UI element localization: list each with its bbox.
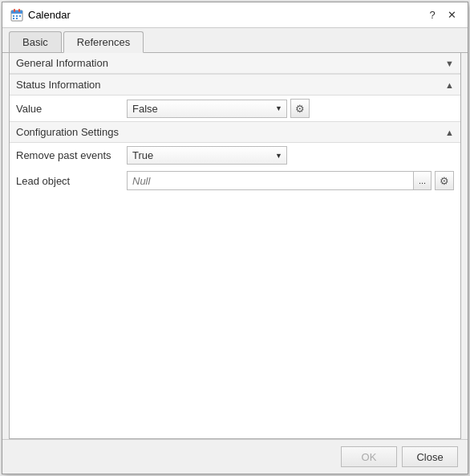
remove-past-events-control: True False (127, 146, 454, 165)
svg-rect-4 (13, 15, 14, 17)
calendar-icon (10, 9, 23, 22)
title-bar: Calendar ? ✕ (2, 2, 468, 28)
lead-object-label: Lead object (16, 175, 120, 187)
title-controls: ? ✕ (424, 7, 460, 23)
dialog-title: Calendar (28, 9, 419, 21)
status-information-title: Status Information (16, 79, 101, 91)
value-select[interactable]: False True (127, 100, 287, 118)
tab-bar: Basic References (2, 28, 468, 53)
configuration-settings-chevron: ▲ (445, 128, 454, 137)
lead-object-input-wrapper: ... (127, 171, 432, 190)
lead-object-gear-button[interactable]: ⚙ (435, 171, 454, 190)
value-label: Value (16, 103, 120, 115)
status-information-header[interactable]: Status Information ▲ (10, 74, 460, 96)
tab-basic[interactable]: Basic (9, 31, 62, 52)
general-information-chevron: ▼ (445, 59, 454, 68)
svg-rect-6 (19, 15, 21, 17)
svg-rect-5 (16, 15, 18, 17)
svg-rect-7 (13, 18, 14, 19)
lead-object-input[interactable] (128, 173, 413, 189)
remove-past-events-field-row: Remove past events True False (10, 143, 460, 168)
svg-rect-8 (16, 18, 18, 19)
general-information-title: General Information (16, 57, 108, 69)
remove-past-events-select-wrapper: True False (127, 146, 287, 165)
configuration-settings-header[interactable]: Configuration Settings ▲ (10, 121, 460, 143)
lead-object-control: ... ⚙ (127, 171, 454, 190)
remove-past-events-label: Remove past events (16, 149, 120, 161)
calendar-dialog: Calendar ? ✕ Basic References General In… (2, 2, 468, 474)
lead-object-field-row: Lead object ... ⚙ (10, 168, 460, 193)
svg-rect-2 (14, 9, 15, 12)
configuration-settings-title: Configuration Settings (16, 126, 119, 138)
general-information-header[interactable]: General Information ▼ (10, 53, 460, 74)
value-control: False True ⚙ (127, 99, 454, 118)
value-gear-button[interactable]: ⚙ (290, 99, 310, 118)
svg-rect-3 (18, 9, 20, 12)
tab-references[interactable]: References (63, 31, 144, 53)
ok-button[interactable]: OK (341, 446, 397, 467)
footer: OK Close (2, 439, 468, 474)
status-information-chevron: ▲ (445, 80, 454, 90)
close-button[interactable]: Close (402, 446, 458, 467)
dialog-close-button[interactable]: ✕ (444, 7, 460, 23)
value-field-row: Value False True ⚙ (10, 96, 460, 121)
help-button[interactable]: ? (424, 7, 440, 23)
lead-object-ellipsis-button[interactable]: ... (413, 172, 431, 189)
value-select-wrapper: False True (127, 100, 287, 118)
main-content: General Information ▼ Status Information… (9, 53, 461, 439)
svg-rect-1 (11, 10, 22, 14)
remove-past-events-select[interactable]: True False (127, 146, 287, 165)
